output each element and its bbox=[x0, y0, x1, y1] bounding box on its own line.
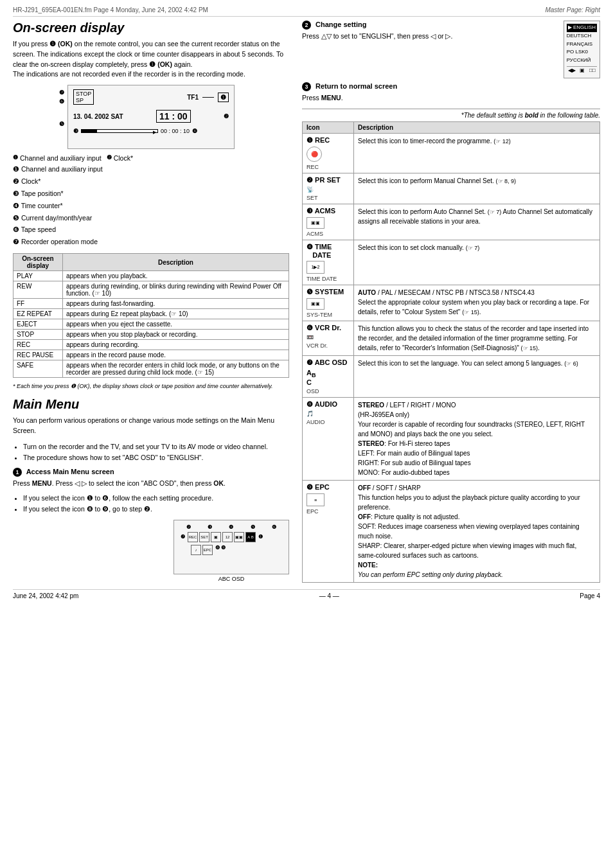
desc-cell-audio: STEREO / LEFT / RIGHT / MONO (HR-J695EA … bbox=[354, 398, 600, 481]
table-row: ❶ REC 🔴 REC Select this icon to timer-re… bbox=[303, 133, 600, 173]
table-row: RECappears during recording. bbox=[13, 340, 289, 350]
icon-table-header-desc: Description bbox=[354, 121, 600, 133]
vcr-progress-bar: ▶ bbox=[81, 129, 158, 133]
table-row: ❽ AUDIO 🎵 AUDIO STEREO / LEFT / RIGHT / … bbox=[303, 398, 600, 481]
icon-cell-system: ❺ SYSTEM ▣▣ SYS-TEM bbox=[303, 285, 354, 321]
main-menu-section: Main Menu You can perform various operat… bbox=[13, 397, 289, 581]
lang-russian: РУССКИЙ bbox=[567, 57, 597, 65]
bullet-item: Turn on the recorder and the TV, and set… bbox=[23, 441, 289, 452]
header-master-page: Master Page: Right bbox=[545, 6, 600, 13]
table-header-description: Description bbox=[62, 254, 289, 271]
footer-page-num: — 4 — bbox=[319, 592, 339, 599]
vcr-date-label: 13. 04. 2002 SAT bbox=[73, 113, 123, 120]
desc-cell: appears when you playback. bbox=[62, 271, 289, 281]
vcr-display-diagram: ❼ ❻ ❺ STOPSP TF1 —— ❶ 13. 0 bbox=[67, 85, 235, 149]
step1-bullets: If you select the icon ❶ to ❻, follow th… bbox=[13, 493, 289, 515]
step1-bullet: If you select the icon ❶ to ❻, follow th… bbox=[23, 493, 289, 504]
desc-cell-timedate: Select this icon to set clock manually. … bbox=[354, 240, 600, 285]
desc-cell: appears when the recorder enters in chil… bbox=[62, 360, 289, 378]
table-row: ❸ ACMS ▣▣ ACMS Select this icon to perfo… bbox=[303, 204, 600, 240]
abc-osd-label: ABC OSD bbox=[173, 576, 289, 582]
step1-bullet: If you select the icon ❽ to ❾, go to ste… bbox=[23, 504, 289, 515]
lang-francais: FRANÇAIS bbox=[567, 40, 597, 49]
desc-cell-rec: Select this icon to timer-record the pro… bbox=[354, 133, 600, 173]
main-menu-intro: You can perform various operations or ch… bbox=[13, 416, 289, 436]
icon-table-body: ❶ REC 🔴 REC Select this icon to timer-re… bbox=[303, 133, 600, 583]
bullet-item: The procedure shows how to set "ABC OSD"… bbox=[23, 452, 289, 463]
display-cell: SAFE bbox=[13, 360, 63, 378]
display-cell: FF bbox=[13, 299, 63, 309]
indicators-list: ❶Channel and auxiliary input ❷Clock* ❶ C… bbox=[13, 154, 289, 248]
table-row: PLAYappears when you playback. bbox=[13, 271, 289, 281]
left-column: On-screen display If you press ❶ (OK) on… bbox=[13, 21, 289, 583]
desc-cell-system: AUTO / PAL / MESECAM / NTSC PB / NTSC3.5… bbox=[354, 285, 600, 321]
icon-cell-acms: ❸ ACMS ▣▣ ACMS bbox=[303, 204, 354, 240]
table-row: FFappears during fast-forwarding. bbox=[13, 299, 289, 309]
icon-table: Icon Description ❶ REC 🔴 REC Select this… bbox=[302, 121, 600, 583]
step1-heading: 1 Access Main Menu screen bbox=[13, 468, 289, 477]
icon-table-header-icon: Icon bbox=[303, 121, 354, 133]
lang-display-box: ▶ ENGLISH DEUTSCH FRANÇAIS PO LSK0 РУССК… bbox=[564, 21, 600, 78]
table-note: * Each time you press ❶ (OK), the displa… bbox=[13, 383, 289, 389]
icon-cell-vcrdr: ❻ VCR Dr. 📼 VCR Dr. bbox=[303, 321, 354, 356]
on-screen-display-title: On-screen display bbox=[13, 21, 289, 35]
desc-cell-abcosd: Select this icon to set the language. Yo… bbox=[354, 356, 600, 398]
table-header-display: On-screen display bbox=[13, 254, 63, 271]
table-row: REC PAUSEappears in the record pause mod… bbox=[13, 350, 289, 360]
desc-cell: appears in the record pause mode. bbox=[62, 350, 289, 360]
icon-cell-audio: ❽ AUDIO 🎵 AUDIO bbox=[303, 398, 354, 481]
table-row: EJECTappears when you eject the cassette… bbox=[13, 319, 289, 330]
step2-heading: 2 Change setting bbox=[302, 21, 558, 30]
table-row: EZ REPEATappears during Ez repeat playba… bbox=[13, 309, 289, 319]
right-column: 2 Change setting Press △▽ to set to "ENG… bbox=[302, 21, 600, 583]
main-menu-bullets: Turn on the recorder and the TV, and set… bbox=[13, 441, 289, 463]
display-cell: REW bbox=[13, 281, 63, 299]
vcr-tf1-label: TF1 bbox=[187, 94, 199, 101]
default-note: *The default setting is bold in the foll… bbox=[302, 112, 600, 119]
on-screen-table: On-screen display Description PLAYappear… bbox=[13, 253, 289, 378]
step2-content: 2 Change setting Press △▽ to set to "ENG… bbox=[302, 21, 558, 46]
footer-date: June 24, 2002 4:42 pm bbox=[13, 592, 78, 599]
vcr-counter: 00 : 00 : 10 bbox=[161, 128, 190, 134]
footer-page: Page 4 bbox=[580, 592, 600, 599]
menu-display-area: ❷❸❹❺❻ ❼ REC SET ▣ 12 ▣▣ A B bbox=[13, 520, 289, 582]
vcr-num1: ❶ bbox=[218, 93, 229, 102]
main-content: On-screen display If you press ❶ (OK) on… bbox=[13, 21, 600, 583]
step1: 1 Access Main Menu screen Press MENU. Pr… bbox=[13, 468, 289, 514]
table-row: ❾ EPC ≡ EPC OFF / SOFT / SHARP This func… bbox=[303, 481, 600, 583]
display-cell: EJECT bbox=[13, 319, 63, 330]
desc-cell: appears during Ez repeat playback. (☞ 10… bbox=[62, 309, 289, 319]
step3-text: Press MENU. bbox=[302, 93, 600, 103]
page-header: HR-J291_695EA-001EN.fm Page 4 Monday, Ju… bbox=[13, 6, 600, 17]
menu-display-box: ❷❸❹❺❻ ❼ REC SET ▣ 12 ▣▣ A B bbox=[173, 520, 289, 582]
desc-cell: appears during rewinding, or blinks duri… bbox=[62, 281, 289, 299]
divider bbox=[302, 109, 600, 109]
display-cell: REC PAUSE bbox=[13, 350, 63, 360]
table-row: ❻ VCR Dr. 📼 VCR Dr. This function allows… bbox=[303, 321, 600, 356]
display-cell: REC bbox=[13, 340, 63, 350]
table-row: ❹ TIME DATE 1▶2 TIME DATE Select this ic… bbox=[303, 240, 600, 285]
vcr-stop-label: STOPSP bbox=[73, 89, 94, 105]
icon-cell-timedate: ❹ TIME DATE 1▶2 TIME DATE bbox=[303, 240, 354, 285]
icon-cell-abcosd: ❼ ABC OSD ABC OSD bbox=[303, 356, 354, 398]
on-screen-intro: If you press ❶ (OK) on the remote contro… bbox=[13, 39, 289, 80]
icon-cell-rec: ❶ REC 🔴 REC bbox=[303, 133, 354, 173]
page-footer: June 24, 2002 4:42 pm — 4 — Page 4 bbox=[13, 589, 600, 599]
step2-text: Press △▽ to set to "ENGLISH", then press… bbox=[302, 31, 558, 42]
desc-cell: appears when you stop playback or record… bbox=[62, 330, 289, 340]
lang-polski: PO LSK0 bbox=[567, 48, 597, 57]
step3-area: 3 Return to normal screen Press MENU. bbox=[302, 82, 600, 103]
step1-text: Press MENU. Press ◁ ▷ to select the icon… bbox=[13, 479, 289, 489]
desc-cell-acms: Select this icon to perform Auto Channel… bbox=[354, 204, 600, 240]
step2-area: 2 Change setting Press △▽ to set to "ENG… bbox=[302, 21, 600, 78]
icon-cell-epc: ❾ EPC ≡ EPC bbox=[303, 481, 354, 583]
desc-cell-vcrdr: This function allows you to check the st… bbox=[354, 321, 600, 356]
desc-cell: appears when you eject the cassette. bbox=[62, 319, 289, 330]
icon-cell-prset: ❷ PR SET 📡 SET bbox=[303, 173, 354, 204]
header-file-info: HR-J291_695EA-001EN.fm Page 4 Monday, Ju… bbox=[13, 6, 208, 13]
display-cell: EZ REPEAT bbox=[13, 309, 63, 319]
table-row: REWappears during rewinding, or blinks d… bbox=[13, 281, 289, 299]
step3-heading: 3 Return to normal screen bbox=[302, 82, 600, 91]
page: HR-J291_695EA-001EN.fm Page 4 Monday, Ju… bbox=[0, 0, 613, 868]
vcr-time-label: 11 : 00 bbox=[156, 110, 191, 123]
